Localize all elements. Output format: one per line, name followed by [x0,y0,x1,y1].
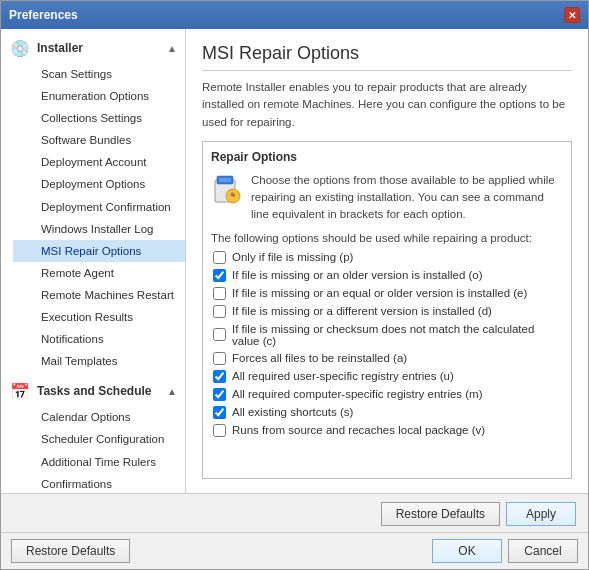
option-label-missing-or-different: If file is missing or a different versio… [232,305,492,317]
option-checkbox-only-if-missing[interactable] [213,251,226,264]
sidebar-item-deployment-account[interactable]: Deployment Account [13,151,185,173]
main-panel: MSI Repair Options Remote Installer enab… [186,29,588,493]
option-checkbox-all-existing-shortcuts[interactable] [213,406,226,419]
repair-options-label: Repair Options [211,150,563,164]
option-row-missing-or-older: If file is missing or an older version i… [211,268,563,283]
following-options-label: The following options should be used whi… [211,232,563,244]
cancel-button[interactable]: Cancel [508,539,578,563]
option-row-user-specific-registry: All required user-specific registry entr… [211,369,563,384]
bottom-buttons: Restore Defaults Apply [1,493,588,532]
repair-options-section: Repair Options Choose the options from t… [202,141,572,479]
title-bar: Preferences ✕ [1,1,588,29]
sidebar-group-installer[interactable]: 💿 Installer ▲ [1,33,185,63]
option-row-missing-or-different: If file is missing or a different versio… [211,304,563,319]
group-label-tasks-and-schedule: Tasks and Schedule [37,384,152,398]
group-label-installer: Installer [37,41,83,55]
option-row-runs-from-source: Runs from source and recaches local pack… [211,423,563,438]
sidebar-item-confirmations[interactable]: Confirmations [13,473,185,493]
footer-right: OK Cancel [432,539,578,563]
restore-defaults-button-top[interactable]: Restore Defaults [381,502,500,526]
option-label-only-if-missing: Only if file is missing (p) [232,251,353,263]
sidebar-item-execution-results[interactable]: Execution Results [13,306,185,328]
option-checkbox-forces-all-files[interactable] [213,352,226,365]
sidebar-items-installer: Scan SettingsEnumeration OptionsCollecti… [1,63,185,372]
sidebar-item-calendar-options[interactable]: Calendar Options [13,406,185,428]
option-row-forces-all-files: Forces all files to be reinstalled (a) [211,351,563,366]
page-title: MSI Repair Options [202,43,572,71]
sidebar-item-deployment-options[interactable]: Deployment Options [13,173,185,195]
sidebar-item-mail-templates[interactable]: Mail Templates [13,350,185,372]
option-row-missing-or-checksum: If file is missing or checksum does not … [211,322,563,348]
sidebar-item-additional-time-rulers[interactable]: Additional Time Rulers [13,451,185,473]
title-bar-left: Preferences [9,8,78,22]
preferences-window: Preferences ✕ 💿 Installer ▲ Scan Setting… [0,0,589,570]
option-checkbox-missing-or-checksum[interactable] [213,328,226,341]
sidebar-item-collections-settings[interactable]: Collections Settings [13,107,185,129]
svg-rect-2 [219,178,231,182]
option-checkbox-user-specific-registry[interactable] [213,370,226,383]
option-label-missing-or-equal-older: If file is missing or an equal or older … [232,287,527,299]
option-checkbox-computer-specific-registry[interactable] [213,388,226,401]
sidebar-item-deployment-confirmation[interactable]: Deployment Confirmation [13,196,185,218]
chevron-icon-tasks-and-schedule: ▲ [167,386,177,397]
option-checkbox-missing-or-equal-older[interactable] [213,287,226,300]
sidebar-group-tasks-and-schedule[interactable]: 📅 Tasks and Schedule ▲ [1,376,185,406]
chevron-icon-installer: ▲ [167,43,177,54]
option-label-runs-from-source: Runs from source and recaches local pack… [232,424,485,436]
option-label-forces-all-files: Forces all files to be reinstalled (a) [232,352,407,364]
option-label-missing-or-checksum: If file is missing or checksum does not … [232,323,561,347]
sidebar-items-tasks-and-schedule: Calendar OptionsScheduler ConfigurationA… [1,406,185,493]
ok-button[interactable]: OK [432,539,502,563]
sidebar-item-notifications[interactable]: Notifications [13,328,185,350]
sidebar: 💿 Installer ▲ Scan SettingsEnumeration O… [1,29,186,493]
repair-options-desc: Choose the options from those available … [251,172,563,224]
group-icon-installer: 💿 [9,37,31,59]
option-row-missing-or-equal-older: If file is missing or an equal or older … [211,286,563,301]
sidebar-item-windows-installer-log[interactable]: Windows Installer Log [13,218,185,240]
sidebar-item-remote-agent[interactable]: Remote Agent [13,262,185,284]
window-title: Preferences [9,8,78,22]
repair-icon [211,174,243,206]
group-icon-tasks-and-schedule: 📅 [9,380,31,402]
option-row-all-existing-shortcuts: All existing shortcuts (s) [211,405,563,420]
apply-button[interactable]: Apply [506,502,576,526]
sidebar-item-scheduler-configuration[interactable]: Scheduler Configuration [13,428,185,450]
option-checkbox-missing-or-older[interactable] [213,269,226,282]
restore-defaults-button-bottom[interactable]: Restore Defaults [11,539,130,563]
sidebar-item-scan-settings[interactable]: Scan Settings [13,63,185,85]
options-container: Only if file is missing (p)If file is mi… [211,250,563,438]
footer-bar: Restore Defaults OK Cancel [1,532,588,569]
option-label-computer-specific-registry: All required computer-specific registry … [232,388,483,400]
option-row-only-if-missing: Only if file is missing (p) [211,250,563,265]
option-label-user-specific-registry: All required user-specific registry entr… [232,370,454,382]
sidebar-section-installer: 💿 Installer ▲ Scan SettingsEnumeration O… [1,33,185,372]
repair-options-inner: Choose the options from those available … [211,172,563,224]
option-checkbox-runs-from-source[interactable] [213,424,226,437]
sidebar-item-enumeration-options[interactable]: Enumeration Options [13,85,185,107]
content-area: 💿 Installer ▲ Scan SettingsEnumeration O… [1,29,588,493]
option-label-missing-or-older: If file is missing or an older version i… [232,269,483,281]
sidebar-item-software-bundles[interactable]: Software Bundles [13,129,185,151]
description-text: Remote Installer enables you to repair p… [202,79,572,131]
option-row-computer-specific-registry: All required computer-specific registry … [211,387,563,402]
close-button[interactable]: ✕ [564,7,580,23]
sidebar-item-remote-machines-restart[interactable]: Remote Machines Restart [13,284,185,306]
sidebar-section-tasks-and-schedule: 📅 Tasks and Schedule ▲ Calendar OptionsS… [1,376,185,493]
option-checkbox-missing-or-different[interactable] [213,305,226,318]
option-label-all-existing-shortcuts: All existing shortcuts (s) [232,406,353,418]
sidebar-item-msi-repair-options[interactable]: MSI Repair Options [13,240,185,262]
